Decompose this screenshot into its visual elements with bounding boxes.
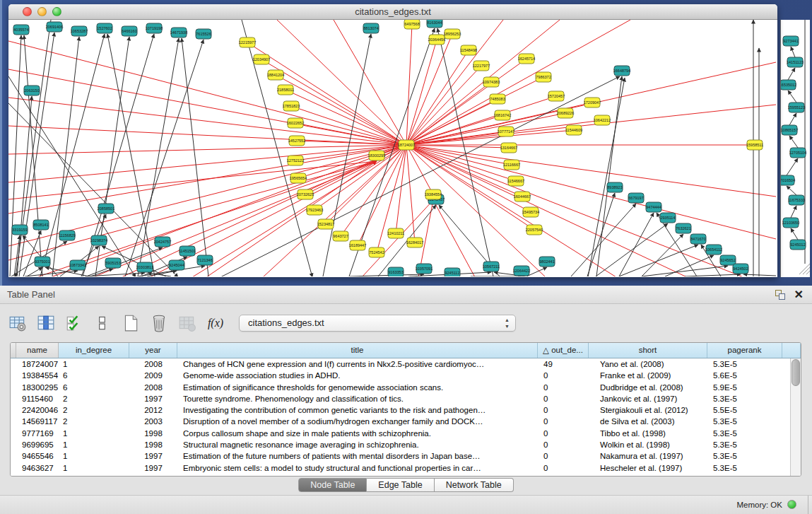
table-cell[interactable]: 5.3E-5 — [707, 416, 782, 427]
graph-edge[interactable] — [406, 24, 412, 145]
table-cell[interactable]: 5.3E-5 — [707, 439, 782, 450]
graph-edge[interactable] — [406, 145, 776, 239]
graph-node[interactable]: 2063150 — [24, 86, 40, 95]
graph-node[interactable]: 13164667 — [500, 143, 517, 153]
graph-node[interactable]: 10654112 — [705, 245, 722, 255]
graph-node[interactable]: 2935114 — [660, 213, 676, 223]
graph-node[interactable]: 10567211 — [483, 262, 500, 271]
graph-node[interactable]: 10974383 — [483, 77, 500, 87]
delete-table-icon[interactable] — [148, 313, 170, 334]
graph-node[interactable]: 16245714 — [518, 54, 535, 64]
table-cell[interactable]: 5.9E-5 — [707, 382, 782, 393]
graph-node[interactable]: 10719198 — [146, 23, 163, 33]
graph-node[interactable]: 20732625 — [297, 189, 314, 199]
graph-edge[interactable] — [787, 186, 796, 195]
table-cell[interactable]: 0 — [538, 404, 589, 416]
table-cell[interactable]: 1 — [59, 358, 129, 370]
graph-node[interactable]: 12752122 — [287, 156, 304, 165]
graph-edge[interactable] — [8, 76, 136, 276]
graph-node[interactable]: 10873342 — [69, 260, 86, 270]
table-cell[interactable]: 1998 — [129, 439, 177, 450]
table-cell[interactable]: Corpus callosum shape and size in male p… — [177, 428, 538, 439]
table-cell[interactable]: 9463627 — [16, 462, 59, 474]
table-cell[interactable]: Embryonic stem cells: a model to study s… — [177, 462, 538, 474]
graph-node[interactable]: 8813074 — [363, 23, 379, 33]
graph-node[interactable]: 7632621 — [676, 223, 691, 233]
graph-node[interactable]: 3319159 — [12, 225, 28, 235]
graph-node[interactable]: 12103650 — [782, 218, 799, 228]
table-cell[interactable]: 0 — [538, 439, 589, 450]
graph-node[interactable]: 9643727 — [333, 231, 348, 241]
graph-node[interactable]: 12064422 — [513, 266, 530, 276]
graph-edge[interactable] — [396, 145, 406, 233]
table-cell[interactable]: 5.6E-5 — [707, 370, 782, 381]
graph-edge[interactable] — [596, 76, 622, 276]
table-cell[interactable]: Stergiakouli et al. (2012) — [589, 404, 707, 416]
table-row[interactable]: 2242004622012Investigating the contribut… — [11, 404, 790, 416]
table-cell[interactable]: Tourette syndrome. Phenomenology and cla… — [177, 393, 538, 404]
table-selector-dropdown[interactable]: citations_edges.txt ▲▼ — [239, 315, 516, 332]
column-header-in_degree[interactable]: in_degree — [59, 343, 129, 358]
zoom-window-icon[interactable] — [52, 7, 61, 16]
table-cell[interactable]: Investigating the contribution of common… — [177, 404, 538, 416]
table-cell[interactable]: 2003 — [129, 416, 177, 427]
graph-edge[interactable] — [596, 223, 668, 276]
graph-node[interactable]: 12410211 — [387, 228, 404, 238]
graph-node[interactable]: 7485083 — [490, 94, 505, 104]
table-cell[interactable]: 18724007 — [16, 358, 59, 370]
table-cell[interactable]: de Silva et al. (2003) — [589, 416, 707, 427]
graph-node[interactable]: 5905153 — [105, 258, 121, 268]
graph-node[interactable]: 6679197 — [628, 193, 644, 203]
graph-node[interactable]: 11548498 — [460, 45, 477, 55]
graph-node[interactable]: 10653287 — [71, 26, 88, 36]
window-titlebar[interactable]: citations_edges.txt — [8, 4, 777, 20]
table-cell[interactable]: 2 — [59, 404, 129, 416]
graph-edge[interactable] — [17, 96, 32, 276]
graph-node[interactable]: 18841204 — [267, 70, 284, 80]
graph-edge[interactable] — [791, 228, 798, 240]
graph-node[interactable]: 10298374 — [90, 235, 107, 245]
select-all-rows-icon[interactable] — [64, 313, 85, 334]
graph-node[interactable]: 16816742 — [494, 110, 511, 120]
column-header-pagerank[interactable]: pagerank — [707, 343, 782, 358]
graph-node[interactable]: 9245012 — [790, 240, 806, 250]
tab-network-table[interactable]: Network Table — [435, 478, 514, 492]
graph-edge[interactable] — [788, 68, 795, 80]
graph-node[interactable]: 16535012 — [781, 80, 796, 90]
table-row[interactable]: 1456911722003Disruption of a novel membe… — [11, 416, 790, 427]
table-cell[interactable]: 1998 — [129, 428, 177, 439]
graph-edge[interactable] — [685, 274, 741, 276]
graph-edge[interactable] — [10, 35, 21, 276]
table-cell[interactable]: 0 — [538, 382, 589, 393]
table-cell[interactable]: Estimation of the future numbers of pati… — [177, 450, 538, 462]
table-cell[interactable]: 0 — [538, 450, 589, 462]
table-row[interactable]: 1830029562008Estimation of significance … — [11, 382, 790, 393]
graph-edge[interactable] — [406, 145, 743, 276]
scrollbar-thumb[interactable] — [792, 359, 800, 386]
table-cell[interactable]: 5.3E-5 — [707, 450, 782, 462]
graph-node[interactable]: 20691406 — [46, 22, 63, 32]
table-cell[interactable]: 1 — [59, 439, 129, 450]
column-header-title[interactable]: title — [177, 343, 538, 358]
graph-node[interactable]: 20424757 — [154, 237, 171, 247]
graph-node[interactable]: 7121346 — [197, 255, 213, 265]
table-cell[interactable]: 9777169 — [16, 428, 59, 439]
graph-node[interactable]: 12034907 — [253, 54, 270, 64]
graph-node[interactable]: 7615526 — [196, 29, 211, 39]
graph-edge[interactable] — [789, 136, 798, 148]
graph-edge[interactable] — [791, 47, 795, 57]
graph-node[interactable]: 15955123 — [788, 103, 805, 112]
graph-edge[interactable] — [791, 206, 796, 218]
graph-node[interactable]: 12215977 — [239, 37, 256, 47]
graph-edge[interactable] — [619, 213, 654, 276]
graph-node[interactable]: 8508141 — [33, 220, 49, 230]
graph-node[interactable]: 9273441 — [783, 36, 799, 46]
table-cell[interactable]: 6 — [59, 370, 129, 381]
table-row[interactable]: 977716911998Corpus callosum shape and si… — [11, 428, 790, 439]
graph-edge[interactable] — [406, 113, 565, 145]
table-cell[interactable]: Structural magnetic resonance image aver… — [177, 439, 538, 450]
float-panel-icon[interactable] — [775, 290, 785, 300]
graph-node[interactable]: 11546667 — [507, 176, 524, 186]
graph-node[interactable]: 21858011 — [277, 85, 294, 95]
graph-node[interactable]: 20858501 — [98, 204, 114, 214]
